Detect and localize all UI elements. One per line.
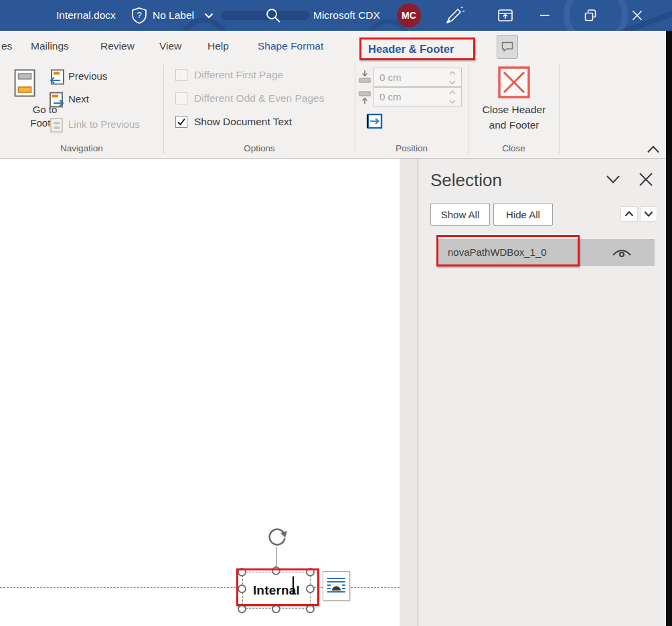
- tab-references-partial[interactable]: es: [1, 31, 12, 62]
- selection-item-row[interactable]: novaPathWDBox_1_0: [438, 239, 655, 266]
- collapse-ribbon-chevron-icon[interactable]: [647, 145, 660, 154]
- rotate-handle-icon[interactable]: [266, 526, 288, 548]
- close-window-icon: [633, 11, 642, 20]
- sensitivity-label: No Label: [153, 0, 194, 31]
- eye-visible-icon[interactable]: [610, 244, 633, 261]
- group-separator: [559, 64, 560, 154]
- group-separator: [469, 64, 469, 154]
- show-document-text-label: Show Document Text: [194, 116, 292, 128]
- ribbon-header-footer: r Go to Footer Previous: [0, 62, 672, 159]
- checkbox-unchecked-disabled: [175, 92, 187, 104]
- selection-pane-title: Selection: [430, 170, 502, 191]
- tab-help[interactable]: Help: [207, 31, 229, 62]
- chevron-down-icon: [449, 100, 456, 104]
- chevron-down-icon: [204, 13, 214, 19]
- document-gutter: [400, 159, 418, 626]
- ribbon-display-options-button[interactable]: [491, 0, 520, 31]
- go-to-footer-icon: [14, 69, 35, 97]
- resize-handle-bottom-middle[interactable]: [272, 605, 280, 613]
- insert-alignment-tab-icon[interactable]: [366, 112, 384, 130]
- screen-edge: [666, 31, 672, 626]
- link-to-previous-icon: [49, 117, 65, 133]
- different-odd-even-checkbox: Different Odd & Even Pages: [171, 91, 351, 107]
- restore-button[interactable]: [576, 0, 605, 31]
- close-header-footer-icon: [498, 66, 530, 98]
- resize-handle-bottom-left[interactable]: [238, 605, 246, 613]
- tab-review[interactable]: Review: [100, 31, 135, 62]
- tab-mailings[interactable]: Mailings: [31, 31, 69, 62]
- checkbox-unchecked-disabled: [175, 69, 187, 81]
- link-to-previous-label: Link to Previous: [68, 119, 140, 130]
- chevron-up-icon: [449, 90, 456, 94]
- footer-textbox[interactable]: Internal: [242, 572, 311, 609]
- position-group-label: Position: [355, 143, 469, 153]
- tab-shape-format[interactable]: Shape Format: [258, 31, 323, 62]
- selection-item-name[interactable]: novaPathWDBox_1_0: [448, 239, 547, 266]
- resize-handle-top-left[interactable]: [238, 568, 246, 576]
- sensitivity-shield-icon: ?: [130, 6, 149, 25]
- navigation-group-label: Navigation: [0, 143, 163, 153]
- word-window: Internal.docx ? No Label Microsoft CDX M…: [0, 0, 672, 626]
- footer-from-bottom-spinner: [447, 88, 458, 106]
- selection-pane: Selection Show All Hide All novaPathWDBo…: [418, 159, 666, 626]
- close-header-footer-label: Close Header and Footer: [477, 102, 552, 133]
- resize-handle-top-right[interactable]: [306, 568, 315, 576]
- tab-header-footer[interactable]: Header & Footer: [368, 33, 454, 64]
- show-all-button[interactable]: Show All: [430, 203, 490, 226]
- ribbon-tab-row: es Mailings Review View Help Shape Forma…: [0, 31, 672, 62]
- search-icon[interactable]: [265, 7, 281, 23]
- close-window-button[interactable]: [622, 0, 652, 31]
- move-up-button[interactable]: [620, 206, 638, 222]
- close-group-label: Close: [469, 143, 559, 153]
- footer-from-bottom-field: 0 cm: [373, 87, 462, 106]
- resize-handle-middle-left[interactable]: [238, 584, 246, 593]
- resize-handle-middle-right[interactable]: [306, 584, 315, 593]
- different-first-page-checkbox: Different First Page: [171, 68, 325, 84]
- layout-options-button[interactable]: [323, 571, 350, 601]
- next-label: Next: [68, 93, 89, 104]
- resize-handle-top-middle[interactable]: [272, 566, 280, 575]
- checkmark-icon: [176, 116, 187, 127]
- sensitivity-label-control[interactable]: ? No Label: [129, 0, 217, 31]
- document-canvas[interactable]: Internal: [0, 159, 400, 626]
- draw-pen-icon[interactable]: [443, 7, 465, 25]
- different-odd-even-label: Different Odd & Even Pages: [194, 92, 324, 104]
- hide-all-label: Hide All: [506, 209, 540, 220]
- header-from-top-icon: [359, 70, 371, 84]
- header-from-top-field: 0 cm: [373, 68, 462, 87]
- pane-options-chevron-icon[interactable]: [606, 175, 620, 184]
- ribbon-display-options-icon: [498, 9, 513, 21]
- header-from-top-spinner: [447, 69, 458, 86]
- next-icon: [49, 92, 65, 108]
- title-bar: Internal.docx ? No Label Microsoft CDX M…: [0, 0, 672, 31]
- move-down-button[interactable]: [640, 206, 657, 222]
- footer-from-bottom-value: 0 cm: [380, 91, 402, 102]
- comment-icon: [501, 42, 513, 52]
- previous-button[interactable]: Previous: [46, 68, 119, 86]
- show-document-text-checkbox[interactable]: Show Document Text: [171, 114, 331, 131]
- previous-icon: [49, 69, 65, 85]
- different-first-page-label: Different First Page: [194, 69, 283, 81]
- group-separator: [355, 64, 355, 154]
- minimize-button[interactable]: [530, 0, 560, 31]
- tab-view[interactable]: View: [159, 31, 181, 62]
- chevron-down-icon: [449, 80, 456, 84]
- brand-label: Microsoft CDX: [313, 0, 380, 31]
- resize-handle-bottom-right[interactable]: [306, 605, 315, 613]
- close-header-footer-button[interactable]: Close Header and Footer: [473, 64, 556, 134]
- avatar[interactable]: MC: [397, 3, 421, 27]
- group-separator: [163, 64, 164, 154]
- next-button[interactable]: Next: [46, 90, 119, 109]
- pane-close-icon[interactable]: [639, 173, 653, 186]
- document-title: Internal.docx: [56, 0, 116, 31]
- restore-icon: [584, 9, 596, 21]
- chevron-down-icon: [644, 211, 653, 217]
- checkbox-checked[interactable]: [175, 116, 187, 128]
- header-from-top-value: 0 cm: [380, 72, 402, 83]
- comments-button[interactable]: [497, 35, 518, 59]
- text-cursor: [292, 576, 294, 595]
- hide-all-button[interactable]: Hide All: [493, 203, 553, 226]
- chevron-up-icon: [449, 71, 456, 75]
- svg-text:?: ?: [137, 10, 141, 20]
- layout-options-icon: [327, 576, 346, 595]
